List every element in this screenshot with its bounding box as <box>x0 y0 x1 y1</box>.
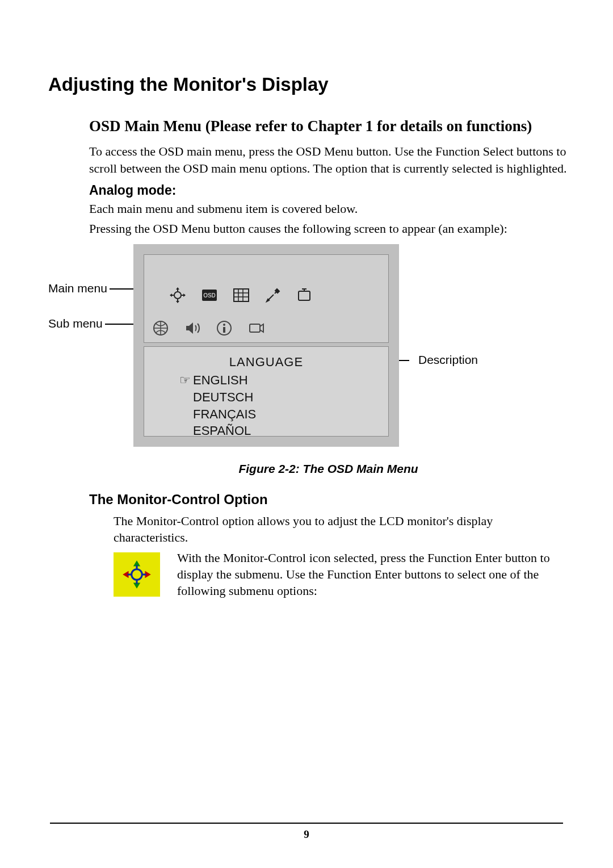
info-icon <box>215 318 234 338</box>
svg-point-7 <box>223 324 225 326</box>
lang-francais: FRANÇAIS <box>193 406 371 423</box>
osd-main-heading: OSD Main Menu (Please refer to Chapter 1… <box>89 117 568 135</box>
svg-point-0 <box>174 292 181 299</box>
page-title: Adjusting the Monitor's Display <box>48 74 568 95</box>
svg-rect-3 <box>234 289 249 301</box>
analog-p2: Pressing the OSD Menu button causes the … <box>89 220 568 237</box>
monitor-control-big-icon <box>114 552 160 597</box>
volume-icon <box>183 318 202 338</box>
monitor-control-intro: The Monitor-Control option allows you to… <box>114 513 568 546</box>
page-number: 9 <box>0 828 613 841</box>
footer-rule <box>50 823 563 824</box>
language-globe-icon <box>151 318 170 338</box>
display-grid-icon <box>232 286 251 305</box>
monitor-control-body: With the Monitor-Control icon selected, … <box>177 550 568 599</box>
osd-description-area: LANGUAGE ENGLISH DEUTSCH FRANÇAIS ESPAÑO… <box>144 346 389 437</box>
svg-rect-4 <box>299 291 310 300</box>
monitor-control-heading: The Monitor-Control Option <box>89 492 568 508</box>
svg-rect-8 <box>223 327 225 333</box>
recall-icon <box>246 318 266 338</box>
svg-point-10 <box>132 569 142 580</box>
svg-rect-9 <box>250 324 260 332</box>
svg-text:OSD: OSD <box>203 292 216 299</box>
osd-main-paragraph: To access the OSD main menu, press the O… <box>89 143 568 177</box>
osd-panel: OSD <box>133 244 399 447</box>
analog-mode-heading: Analog mode: <box>89 183 568 198</box>
lang-espanol: ESPAÑOL <box>193 422 371 439</box>
osd-language-label: LANGUAGE <box>161 355 371 370</box>
osd-icon: OSD <box>200 286 219 305</box>
figure-caption: Figure 2-2: The OSD Main Menu <box>89 462 568 476</box>
lang-english: ENGLISH <box>193 372 371 389</box>
monitor-control-icon <box>168 286 187 305</box>
tools-icon <box>263 286 283 305</box>
lang-deutsch: DEUTSCH <box>193 389 371 406</box>
analog-p1: Each main menu and submenu item is cover… <box>89 200 568 217</box>
other-icon <box>295 286 314 305</box>
callout-sub-menu: Sub menu <box>48 317 103 330</box>
callout-main-menu: Main menu <box>48 282 107 295</box>
osd-main-menu-row: OSD <box>168 286 377 305</box>
osd-sub-menu-row <box>151 318 266 338</box>
osd-figure: Main menu Sub menu Description OSD <box>48 244 568 454</box>
osd-language-list: ENGLISH DEUTSCH FRANÇAIS ESPAÑOL <box>193 372 371 439</box>
callout-description: Description <box>418 353 478 367</box>
osd-menu-area: OSD <box>144 254 389 343</box>
